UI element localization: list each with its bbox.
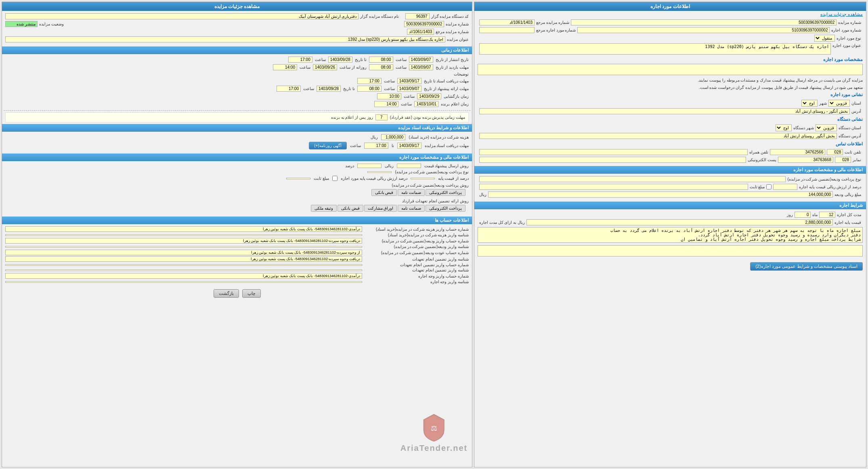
left-panel-title: اطلاعات مورد اجاره	[650, 4, 690, 9]
mobile-input[interactable]	[479, 149, 748, 155]
ajaare-ref-input[interactable]	[479, 27, 535, 33]
hesab-section-header: اطلاعات حساب ها	[2, 217, 472, 224]
ajaare-ref-label: شماره مورد اجاره مرجع	[536, 28, 576, 32]
right-panel-header: مشاهده جزئیات مزایده	[2, 2, 472, 11]
tab-contract-awraq[interactable]: اوراق مشارکت	[364, 205, 397, 212]
asnad-footer-btn[interactable]: اسناد پیوستی مشخصات و شرایط عمومی مورد ا…	[750, 262, 863, 271]
financial-section-header: اطلاعات مالی و مشخصات مورد اجاره	[474, 166, 866, 174]
kod-dastgah-value: 96397	[405, 13, 430, 19]
info-text-2: متعهد می شود در ارسال پیشنهاد قیمت از طر…	[474, 84, 866, 91]
mohlat-value: 7	[375, 114, 388, 120]
unwan-morad-textarea[interactable]: اجاره یک دستگاه بیل بکهو سنتو پارس (sp22…	[479, 43, 831, 55]
tab-ghabs-banki[interactable]: قبض بانکی	[371, 189, 397, 196]
ajaare-num-label: شماره مورد اجاره	[831, 28, 861, 32]
shom-mazayade-label-r: شماره مزایده	[446, 22, 469, 26]
mohlat-unit: روز پس از اعلام به برنده	[331, 115, 373, 120]
nam-dastgah-label: نام دستگاه مزایده گزار	[360, 14, 398, 19]
nashaniy-dastgah-header: نشانی دستگاه	[474, 116, 866, 123]
moashekat-textarea[interactable]	[478, 64, 863, 75]
ajaare-financial-header: اطلاعات مالی و مشخصات مورد اجاره	[2, 154, 472, 161]
nashaniy-header: نشانی مورد اجاره	[474, 91, 866, 98]
unwan-morad-label: عنوان مورد اجاره	[832, 43, 861, 48]
tell-input[interactable]	[770, 149, 825, 155]
time-from-0: 1403/09/07	[409, 57, 433, 63]
details-link[interactable]: مشاهده جزئیات مزایده	[820, 12, 863, 17]
asnad-section-header: اطلاعات و شرایط دریافت اسناد مزایده	[2, 124, 472, 132]
bottom-buttons: چاپ بازگشت	[2, 286, 472, 301]
shom-mazayade-value-r: 5003096397000002	[404, 21, 444, 27]
tab-zamanat-name[interactable]: ضمانت نامه	[398, 189, 425, 196]
shom-marje-value-r: 1061/1403/اد	[407, 29, 434, 35]
moashekat-header: مشخصات مورد اجاره	[474, 56, 866, 63]
mazayade-num-label: شماره مزایده	[838, 20, 861, 25]
maghl-blabet-check-l[interactable]	[766, 184, 772, 189]
left-panel: اطلاعات مورد اجاره مشاهده جزئیات مزایده …	[474, 2, 866, 467]
shahr-dastgah-select[interactable]: اوج	[776, 124, 792, 131]
right-panel-title: مشاهده جزئیات مزایده	[214, 4, 260, 9]
vaziyat-value: منتشر شده	[5, 21, 38, 27]
ostan-select[interactable]: قزوین	[828, 100, 850, 107]
modat-mah-input[interactable]	[819, 212, 835, 218]
vaziyat-label: وضعیت مزایده	[39, 22, 64, 26]
ref-num-input[interactable]	[479, 19, 535, 25]
sharaet-vazhe-textarea[interactable]	[478, 245, 863, 257]
time-to-0: 1403/09/28	[328, 57, 352, 63]
maghl-blabet-checkbox[interactable]	[332, 176, 338, 181]
fax-code-input[interactable]	[835, 157, 851, 163]
back-button[interactable]: بازگشت	[214, 289, 239, 298]
ghaymat-paye-input[interactable]	[526, 219, 833, 225]
agahi-btn[interactable]: آگهی روزنامه(+)	[309, 142, 346, 149]
modat-roz-input[interactable]	[795, 212, 811, 218]
time-section-header: اطلاعات زمانی	[2, 46, 472, 54]
time-from-t-0: 08:00	[369, 57, 393, 63]
mazayade-num-input[interactable]	[571, 19, 837, 25]
tab-contract-vosiqa[interactable]: وثیقه ملکی	[311, 205, 337, 212]
ref-num-label: شماره مزایده مرجع	[536, 20, 569, 25]
tab-contract-electroniki[interactable]: پرداخت الکترونیکی	[426, 205, 465, 212]
print-button[interactable]: چاپ	[242, 289, 261, 298]
nam-dastgah-value: دفتریاری ارتش آباد شهرستان آبیک	[5, 13, 359, 19]
naw-morad-select[interactable]: منقول	[814, 35, 835, 42]
shahr-select[interactable]: اوج	[801, 100, 818, 107]
maghl-vadia-input[interactable]	[488, 191, 833, 198]
darsad-arzesh-input[interactable]	[773, 184, 797, 190]
maghl-blabet-input-l[interactable]	[479, 184, 748, 190]
time-label-0: تاریخ انتشار از تاریخ	[436, 57, 469, 62]
sharaet-text-textarea[interactable]: مبلغ اجاره ماه با توجه به سهم هر شهر هر …	[478, 227, 863, 243]
ajaare-num-input[interactable]	[577, 27, 830, 33]
ostan-dastgah-select[interactable]: قزوین	[816, 124, 837, 131]
tab-contract-ghabs[interactable]: قبض بانکی	[338, 205, 363, 212]
info-text-1: مزایده گران می بایست در مرحله ارسال پیشن…	[474, 77, 866, 84]
tab-pardakht-electroniki[interactable]: پرداخت الکترونیکی	[426, 189, 465, 196]
time-to-t-0: 17:00	[288, 57, 312, 63]
fax-input[interactable]	[778, 157, 833, 163]
tell-code-input[interactable]	[827, 149, 843, 155]
unwan-mazayade-label-r: عنوان مزایده	[447, 37, 469, 42]
email-input[interactable]	[479, 157, 746, 163]
kod-dastgah-label: کد دستگاه مزایده گزار	[431, 14, 469, 19]
right-panel: مشاهده جزئیات مزایده کد دستگاه مزایده گز…	[2, 2, 472, 467]
pardakht-vadia-input[interactable]	[479, 176, 786, 182]
tab-contract-zamanat[interactable]: ضمانت نامه	[398, 205, 425, 212]
address-dastgah-input[interactable]	[479, 133, 837, 139]
ettelaat-header: اطلاعات تماس	[474, 141, 866, 147]
address-input[interactable]	[479, 108, 850, 114]
shom-marje-label-r: شماره مزایده مرجع	[436, 29, 469, 34]
left-panel-header: اطلاعات مورد اجاره	[474, 2, 866, 11]
naw-morad-label: نوع مورد اجاره	[837, 36, 861, 40]
unwan-mazayade-value-r: اجاره یک دستگاه بیل بکهو سنتو پارس (sp22…	[5, 36, 445, 42]
sharaet-section-header: شرایط اجاره	[474, 202, 866, 209]
